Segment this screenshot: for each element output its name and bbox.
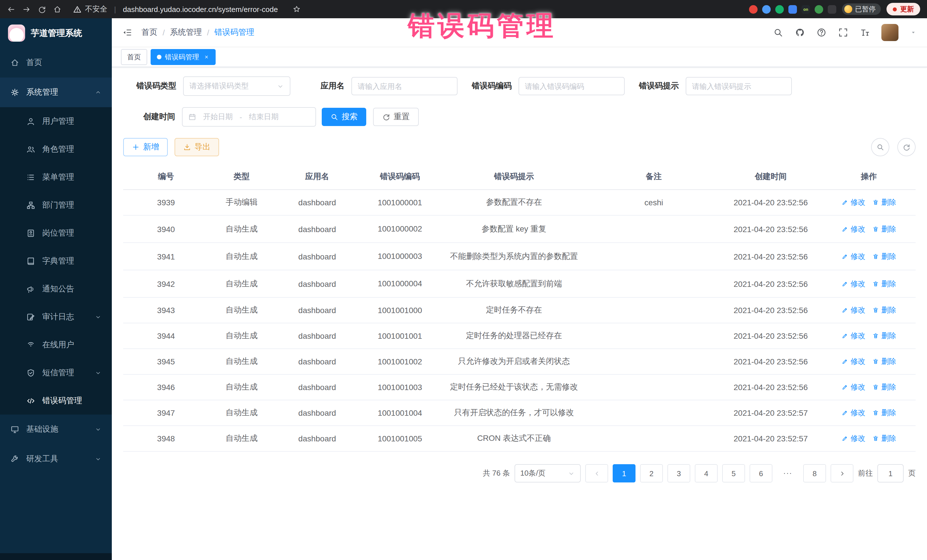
sidebar-item-online[interactable]: 在线用户: [0, 331, 112, 359]
edit-icon: [842, 358, 848, 365]
font-size-icon[interactable]: [860, 27, 870, 38]
prev-page-button[interactable]: [585, 464, 608, 483]
tree-icon: [26, 200, 35, 209]
edit-link[interactable]: 修改: [842, 357, 865, 367]
edit-link[interactable]: 修改: [842, 305, 865, 316]
sidebar-item-dept[interactable]: 部门管理: [0, 191, 112, 219]
page-button-8[interactable]: 8: [803, 464, 826, 483]
delete-link[interactable]: 删除: [872, 331, 896, 341]
sidebar-item-role[interactable]: 角色管理: [0, 135, 112, 163]
extension-green-check-icon[interactable]: [775, 5, 784, 14]
extension-water-drop-icon[interactable]: [762, 5, 771, 14]
toggle-search-button[interactable]: [871, 138, 889, 156]
add-button[interactable]: 新增: [123, 138, 168, 156]
breadcrumb-home[interactable]: 首页: [141, 27, 158, 38]
sidebar-item-devtool[interactable]: 研发工具: [0, 444, 112, 474]
create-time-range-picker[interactable]: 开始日期 - 结束日期: [182, 107, 316, 127]
browser-back-icon[interactable]: [7, 5, 15, 14]
avatar-caret-icon[interactable]: [910, 29, 917, 36]
edit-link[interactable]: 修改: [842, 382, 865, 392]
edit-link[interactable]: 修改: [842, 433, 865, 444]
cell-app: dashboard: [274, 323, 360, 349]
sidebar-item-audit-log[interactable]: 审计日志: [0, 303, 112, 331]
export-button[interactable]: 导出: [175, 138, 219, 156]
page-ellipsis[interactable]: ···: [777, 464, 799, 481]
delete-link[interactable]: 删除: [872, 305, 896, 316]
page-button-3[interactable]: 3: [667, 464, 690, 483]
table-row: 3947自动生成dashboard1001001004只有开启状态的任务，才可以…: [123, 400, 916, 426]
tab-home[interactable]: 首页: [121, 49, 147, 65]
sidebar-collapse-bar[interactable]: [0, 553, 112, 560]
page-button-5[interactable]: 5: [722, 464, 745, 483]
delete-link[interactable]: 删除: [872, 197, 896, 208]
extension-vpn-on-icon[interactable]: on: [801, 5, 810, 14]
url-text[interactable]: dashboard.yudao.iocoder.cn/system/error-…: [123, 5, 278, 14]
error-code-input[interactable]: [518, 77, 625, 95]
edit-link[interactable]: 修改: [842, 408, 865, 418]
table-header-row: 编号类型应用名错误码编码错误码提示备注创建时间操作: [123, 164, 916, 190]
goto-page-input[interactable]: [877, 464, 904, 483]
chevron-up-icon: [95, 89, 102, 96]
breadcrumb-system[interactable]: 系统管理: [170, 27, 202, 38]
edit-link[interactable]: 修改: [842, 251, 865, 261]
cell-time: 2021-04-20 23:52:56: [719, 270, 822, 297]
page-button-4[interactable]: 4: [695, 464, 718, 483]
help-icon[interactable]: [816, 27, 827, 38]
signal-icon: [26, 340, 35, 349]
next-page-button[interactable]: [831, 464, 853, 483]
reset-button[interactable]: 重置: [373, 108, 419, 126]
sidebar-item-infra[interactable]: 基础设施: [0, 414, 112, 444]
profile-paused-pill[interactable]: 已暂停: [842, 3, 881, 15]
security-chip[interactable]: 不安全: [73, 4, 107, 14]
delete-link[interactable]: 删除: [872, 382, 896, 392]
delete-link[interactable]: 删除: [872, 224, 896, 234]
browser-forward-icon[interactable]: [22, 5, 31, 14]
sidebar-item-sms[interactable]: 短信管理: [0, 359, 112, 387]
cell-hint: 定时任务不存在: [440, 297, 588, 323]
tab-error-code[interactable]: 错误码管理: [150, 49, 216, 65]
app-name-input[interactable]: [351, 77, 457, 95]
page-size-select[interactable]: 10条/页: [515, 464, 581, 483]
menu-fold-icon[interactable]: [122, 27, 132, 38]
page-button-6[interactable]: 6: [749, 464, 772, 483]
sidebar-item-home[interactable]: 首页: [0, 48, 112, 77]
github-icon[interactable]: [795, 27, 805, 38]
user-avatar[interactable]: [881, 24, 898, 41]
shield-icon: [26, 368, 35, 377]
delete-link[interactable]: 删除: [872, 433, 896, 444]
header-search-icon[interactable]: [773, 27, 783, 38]
extension-blue-grid-icon[interactable]: [789, 5, 797, 14]
browser-reload-icon[interactable]: [38, 5, 46, 14]
sidebar-item-user[interactable]: 用户管理: [0, 107, 112, 135]
app-logo[interactable]: 芋道管理系统: [0, 18, 112, 48]
edit-link[interactable]: 修改: [842, 224, 865, 234]
extension-leaf-icon[interactable]: [815, 5, 823, 14]
browser-update-button[interactable]: 更新: [886, 3, 920, 15]
edit-link[interactable]: 修改: [842, 331, 865, 341]
sidebar-item-post[interactable]: 岗位管理: [0, 219, 112, 247]
page-button-2[interactable]: 2: [640, 464, 663, 483]
table-refresh-button[interactable]: [897, 138, 916, 156]
browser-home-icon[interactable]: [53, 5, 62, 14]
delete-link[interactable]: 删除: [872, 408, 896, 418]
error-type-select[interactable]: 请选择错误码类型: [183, 76, 290, 96]
edit-link[interactable]: 修改: [842, 279, 865, 289]
delete-link[interactable]: 删除: [872, 357, 896, 367]
fullscreen-icon[interactable]: [838, 27, 848, 38]
sidebar-item-error-code[interactable]: 错误码管理: [0, 387, 112, 414]
edit-link[interactable]: 修改: [842, 197, 865, 208]
filter-error-code: 错误码编码: [457, 77, 625, 95]
delete-link[interactable]: 删除: [872, 251, 896, 261]
search-button[interactable]: 搜索: [322, 108, 366, 126]
extension-recorder-icon[interactable]: [749, 5, 758, 14]
sidebar-item-dict[interactable]: 字典管理: [0, 247, 112, 275]
sidebar-item-menu[interactable]: 菜单管理: [0, 163, 112, 191]
close-icon[interactable]: [204, 54, 209, 60]
delete-link[interactable]: 删除: [872, 279, 896, 289]
sidebar-item-system[interactable]: 系统管理: [0, 77, 112, 107]
page-button-1[interactable]: 1: [613, 464, 635, 483]
bookmark-star-icon[interactable]: [293, 5, 301, 13]
error-hint-input[interactable]: [686, 77, 792, 95]
sidebar-item-notice[interactable]: 通知公告: [0, 275, 112, 303]
extension-puzzle-icon[interactable]: [828, 5, 836, 14]
